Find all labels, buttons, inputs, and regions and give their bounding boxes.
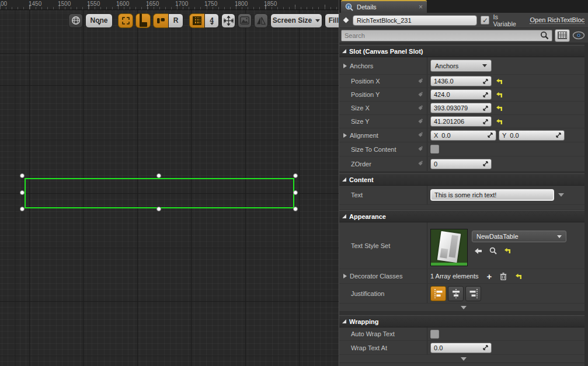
details-scrollbar-track[interactable] <box>584 43 588 366</box>
position-y-field[interactable]: 424.0 <box>430 89 492 100</box>
alignment-label: Alignment <box>350 132 378 139</box>
category-wrapping[interactable]: Wrapping <box>339 315 588 327</box>
bind-property-icon[interactable] <box>417 92 424 98</box>
chevron-down-icon <box>98 23 101 27</box>
is-variable-checkbox[interactable]: ✓ <box>481 16 489 25</box>
is-variable-label: Is Variable <box>493 13 523 27</box>
browse-to-asset-icon[interactable] <box>489 247 497 255</box>
resize-handle-bottom-right[interactable] <box>293 207 298 211</box>
add-array-element-button[interactable]: + <box>487 272 492 281</box>
row-zorder: ZOrder 0 <box>339 156 588 172</box>
close-icon[interactable]: × <box>419 3 423 11</box>
align-left-icon <box>433 288 444 299</box>
row-position-y: Position Y 424.0 <box>339 88 588 102</box>
view-options-button[interactable] <box>555 29 570 42</box>
bind-property-icon[interactable] <box>417 118 424 125</box>
auto-wrap-text-label: Auto Wrap Text <box>351 330 395 337</box>
resize-handle-top-right[interactable] <box>293 173 298 178</box>
value-slider-icon <box>488 133 493 138</box>
resize-handle-bottom-center[interactable] <box>156 207 161 211</box>
data-table-asset-thumbnail[interactable] <box>430 229 468 266</box>
resize-handle-bottom-left[interactable] <box>20 207 25 211</box>
position-x-field[interactable]: 1436.0 <box>430 76 492 86</box>
widget-name-input[interactable] <box>353 15 477 26</box>
bind-property-icon[interactable] <box>417 105 424 111</box>
category-slot[interactable]: Slot (Canvas Panel Slot) <box>339 45 588 57</box>
reset-arrow-icon[interactable] <box>515 273 522 280</box>
show-advanced-expander[interactable] <box>339 304 588 312</box>
grid-snap-toggle-button[interactable] <box>189 13 204 28</box>
anchor-mode-button[interactable] <box>153 13 168 28</box>
tab-details[interactable]: i Details × <box>341 0 427 13</box>
search-input[interactable] <box>345 32 540 39</box>
trash-icon[interactable] <box>500 273 507 280</box>
expand-row-icon[interactable] <box>343 274 347 278</box>
grid-icon <box>193 16 201 25</box>
alignment-x-prefix: X <box>434 132 438 139</box>
justify-right-button[interactable] <box>465 286 481 301</box>
category-content[interactable]: Content <box>339 173 588 186</box>
justify-center-button[interactable] <box>448 286 464 301</box>
preview-background-button[interactable] <box>238 13 252 28</box>
anchors-dropdown-value: Anchors <box>435 62 458 69</box>
designer-canvas[interactable]: None R <box>0 10 339 366</box>
category-appearance[interactable]: Appearance <box>339 210 588 222</box>
reset-to-default-button[interactable] <box>496 105 503 111</box>
expand-row-icon[interactable] <box>343 64 347 68</box>
size-x-field[interactable]: 393.093079 <box>430 103 492 113</box>
wrap-text-at-field[interactable]: 0.0 <box>430 343 492 353</box>
text-options-chevron-icon[interactable] <box>558 193 564 200</box>
localization-language-dropdown[interactable]: None <box>85 13 113 28</box>
text-value-field[interactable]: This is some rich text! <box>430 189 554 201</box>
resize-handle-mid-right[interactable] <box>293 190 298 195</box>
localization-preview-button[interactable] <box>68 13 83 28</box>
expand-row-icon[interactable] <box>343 133 347 138</box>
category-wrapping-title: Wrapping <box>349 318 379 325</box>
bind-property-icon[interactable] <box>417 146 424 152</box>
alignment-y-field[interactable]: Y 0.0 <box>499 130 565 141</box>
search-icon <box>540 31 549 40</box>
resize-handle-top-left[interactable] <box>20 173 25 178</box>
text-style-set-dropdown[interactable]: NewDataTable <box>472 231 566 242</box>
display-filter-eye-icon[interactable] <box>572 31 585 40</box>
alignment-y-value: 0.0 <box>510 132 556 139</box>
resize-handle-mid-left[interactable] <box>20 190 25 195</box>
toggle-outlines-button[interactable] <box>118 13 133 28</box>
resize-handle-top-center[interactable] <box>156 173 161 178</box>
reset-to-default-button[interactable] <box>496 118 503 125</box>
grid-snap-size-dropdown[interactable]: 4 <box>204 13 219 28</box>
bind-property-icon[interactable] <box>417 161 424 167</box>
lock-widgets-button[interactable] <box>135 13 151 28</box>
reset-arrow-icon[interactable] <box>504 248 511 254</box>
row-position-x: Position X 1436.0 <box>339 75 588 88</box>
flip-preview-button[interactable] <box>254 13 268 28</box>
size-y-field[interactable]: 41.201206 <box>430 116 492 127</box>
category-expanded-icon <box>342 214 346 218</box>
row-anchors: Anchors Anchors <box>339 57 588 75</box>
reset-arrow-icon <box>496 92 503 98</box>
justify-left-button[interactable] <box>430 286 446 301</box>
auto-wrap-text-checkbox[interactable] <box>430 330 439 339</box>
anchors-label: Anchors <box>350 62 373 69</box>
alignment-x-field[interactable]: X 0.0 <box>430 130 496 141</box>
transform-widget-button[interactable] <box>221 13 235 28</box>
alignment-x-value: 0.0 <box>441 132 488 139</box>
open-richtextblock-link[interactable]: Open RichTextBloc <box>530 16 584 24</box>
bind-property-icon[interactable] <box>417 132 424 138</box>
reset-arrow-icon <box>496 118 503 125</box>
zorder-field[interactable]: 0 <box>430 159 492 169</box>
column-view-icon <box>558 32 567 39</box>
anchors-dropdown[interactable]: Anchors <box>430 60 492 72</box>
reset-to-default-button[interactable] <box>496 92 503 98</box>
screen-size-dropdown[interactable]: Screen Size <box>270 13 322 28</box>
rotation-mode-button[interactable]: R <box>168 13 183 28</box>
row-size-to-content: Size To Content <box>339 142 588 156</box>
bind-property-icon[interactable] <box>417 78 424 85</box>
use-selected-asset-arrow-icon[interactable] <box>474 248 482 255</box>
show-advanced-expander[interactable] <box>339 355 588 363</box>
size-to-content-checkbox[interactable] <box>430 145 439 154</box>
position-x-value: 1436.0 <box>434 78 483 85</box>
align-right-icon <box>468 288 479 299</box>
selected-widget-outline[interactable] <box>25 178 294 208</box>
reset-to-default-button[interactable] <box>496 78 503 85</box>
